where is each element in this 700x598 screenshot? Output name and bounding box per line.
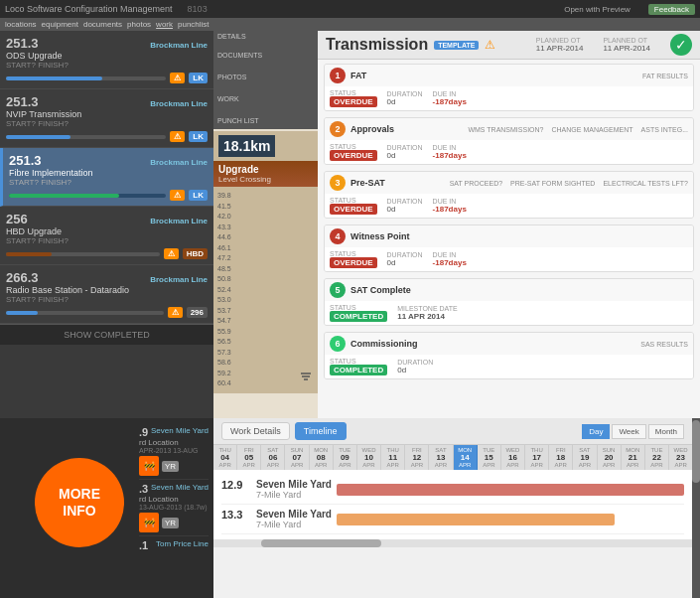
cal-day-thu17: THU 17 APR (525, 445, 549, 470)
work-item[interactable]: 266.3 Brockman Line Radio Base Station -… (0, 265, 213, 324)
transmission-title: Transmission (326, 36, 428, 54)
phase-approvals: 2 Approvals WMS TRANSMISSION? CHANGE MAN… (324, 117, 694, 165)
phase-name-witness: Witness Point (350, 231, 409, 241)
nav-item-equipment[interactable]: equipment (42, 20, 78, 29)
open-preview-button[interactable]: Open with Preview (564, 5, 630, 14)
construction-icon-2: 🚧 (139, 513, 159, 532)
bottom-item-number-3: .1 (139, 539, 148, 551)
horizontal-scrollbar[interactable] (213, 539, 692, 547)
bottom-section: MOREINFO .9 Seven Mile Yard rd Location … (0, 418, 700, 598)
work-item-line: Brockman Line (150, 275, 208, 284)
status-completed-6: COMPLETED (330, 365, 387, 375)
timeline-content: 12.9 Seven Mile Yard 7-Mile Yard 1 (213, 470, 692, 539)
cal-day-sat19: SAT 19 APR (573, 445, 597, 470)
app-title: Loco Software Configuration Management (5, 4, 173, 14)
feedback-button[interactable]: Feedback (648, 4, 695, 15)
cal-day-mon08: MON 08 APR (310, 445, 334, 470)
nav-item-work[interactable]: work (156, 20, 173, 29)
cal-day-thu04: THU 04 APR (213, 445, 237, 470)
cal-day-fri05: FRI 05 APR (237, 445, 261, 470)
detail-label[interactable]: DETAILS (217, 33, 246, 40)
nav-item-locations[interactable]: locations (5, 20, 37, 29)
phase-name-sat: SAT Complete (350, 285, 411, 295)
cal-day-sat13: SAT 13 APR (429, 445, 453, 470)
vertical-scrollbar[interactable] (692, 418, 700, 598)
cal-day-thu11: THU 11 APR (381, 445, 405, 470)
month-view-button[interactable]: Month (648, 424, 684, 439)
more-info-button[interactable]: MOREINFO (35, 458, 124, 547)
km-card-subtitle: Level Crossing (218, 175, 313, 184)
work-label[interactable]: WORK (217, 95, 239, 102)
completed-check-icon: ✓ (670, 34, 692, 56)
bottom-item-line-2: Seven Mile Yard (151, 483, 209, 495)
phase-name-approvals: Approvals (350, 124, 394, 134)
cal-day-mon14-today: MON 14 APR (454, 445, 478, 470)
work-item-line: Brockman Line (150, 41, 208, 50)
work-item-badge: ⚠ (164, 248, 179, 259)
work-item-active[interactable]: 251.3 Brockman Line Fibre Implementation… (0, 148, 213, 207)
cal-day-wed23: WED 23 APR (669, 445, 692, 470)
phase-name-fat: FAT (350, 71, 366, 80)
cal-day-sun20: SUN 20 APR (598, 445, 622, 470)
cal-day-wed10: WED 10 APR (357, 445, 381, 470)
planned-start-date: 11 APR-2014 (536, 44, 584, 53)
work-details-tab[interactable]: Work Details (221, 422, 290, 440)
work-item-number: 251.3 (6, 36, 39, 51)
phase-number-3: 3 (330, 175, 346, 191)
week-view-button[interactable]: Week (612, 424, 645, 439)
work-item-badge: ⚠ (168, 307, 183, 318)
work-item-number: 251.3 (9, 153, 42, 168)
documents-label[interactable]: DOCUMENTS (217, 52, 262, 59)
bottom-item-line-1: Seven Mile Yard (151, 426, 209, 438)
bottom-item-number-1: .9 (139, 426, 148, 438)
top-bar: Loco Software Configuration Management 8… (0, 0, 700, 18)
filter-icon[interactable] (299, 371, 313, 388)
phase-number-4: 4 (330, 228, 346, 244)
work-item-line: Brockman Line (150, 99, 208, 108)
nav-item-punchlist[interactable]: punchlist (178, 20, 210, 29)
nav-item-documents[interactable]: documents (83, 20, 122, 29)
work-item-type-badge: HBD (183, 248, 208, 259)
phase-number-5: 5 (330, 282, 346, 298)
calendar-header: THU 04 APR FRI 05 APR SAT 06 APR SUN 07 … (213, 445, 692, 470)
work-item-line: Brockman Line (150, 158, 208, 167)
app-id: 8103 (188, 4, 208, 14)
work-item-dates: START? FINISH? (6, 61, 208, 70)
cal-day-mon21: MON 21 APR (622, 445, 645, 470)
timeline-tab[interactable]: Timeline (295, 422, 347, 440)
work-item[interactable]: 256 Brockman Line HBD Upgrade START? FIN… (0, 207, 213, 265)
work-item-type-badge: 296 (187, 307, 208, 318)
phase-name-commissioning: Commissioning (350, 339, 418, 349)
status-overdue-2: OVERDUE (330, 150, 377, 161)
work-item-type-badge: LK (189, 131, 208, 142)
cal-day-fri18: FRI 18 APR (549, 445, 573, 470)
work-item[interactable]: 251.3 Brockman Line ODS Upgrade START? F… (0, 31, 213, 89)
cal-day-sun07: SUN 07 APR (285, 445, 309, 470)
show-completed-button[interactable]: SHOW COMPLETED (0, 324, 213, 345)
yr-badge-2: YR (162, 518, 179, 528)
km-scale-panel: DETAILS DOCUMENTS PHOTOS WORK PUNCH LIST… (213, 31, 318, 418)
work-item-dates: START? FINISH? (6, 119, 208, 128)
work-item-dates: START? FINISH? (9, 178, 208, 187)
work-item-badge: ⚠ (170, 190, 185, 201)
bottom-item-date-1: APR-2013 13-AUG (139, 447, 209, 454)
bottom-item-line-3: Tom Price Line (156, 539, 209, 551)
day-view-button[interactable]: Day (582, 424, 610, 439)
status-overdue-3: OVERDUE (330, 204, 377, 215)
km-value: 18.1km (223, 138, 270, 154)
work-item-type-badge: LK (189, 73, 208, 83)
work-item-type-badge: LK (189, 190, 208, 201)
photos-label[interactable]: PHOTOS (217, 74, 246, 80)
timeline-item-number-2: 13.3 (221, 509, 251, 521)
work-item[interactable]: 251.3 Brockman Line NVIP Transmission ST… (0, 89, 213, 148)
work-item-dates: START? FINISH? (6, 295, 208, 304)
nav-item-photos[interactable]: photos (127, 20, 151, 29)
work-item-name: Fibre Implementation (9, 168, 208, 178)
planned-finish-date: 11 APR-2014 (603, 44, 650, 53)
transmission-detail-panel: Transmission TEMPLATE ⚠ PLANNED Ot 11 AP… (318, 31, 700, 418)
phase-sat-complete: 5 SAT Complete STATUS COMPLETED MILESTON… (324, 278, 694, 326)
work-list-panel: 251.3 Brockman Line ODS Upgrade START? F… (0, 31, 213, 418)
phase-name-presat: Pre-SAT (350, 178, 385, 188)
bottom-left-panel: MOREINFO .9 Seven Mile Yard rd Location … (0, 418, 213, 598)
punchlist-label[interactable]: PUNCH LIST (217, 117, 259, 124)
